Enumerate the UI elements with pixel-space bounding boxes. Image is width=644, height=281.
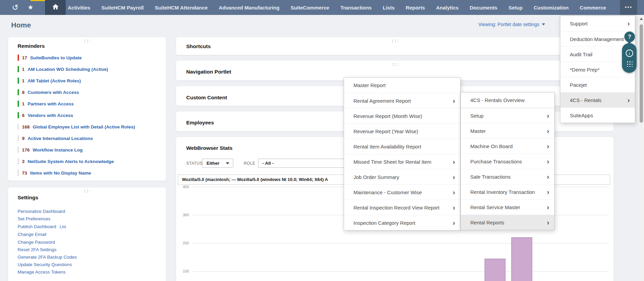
- menu-item-master-report[interactable]: Master Report: [344, 78, 460, 93]
- reminder-item[interactable]: 73Items with No Display Name: [18, 169, 91, 176]
- reminder-item[interactable]: 17SuiteBundles to Update: [18, 54, 82, 61]
- home-tab[interactable]: [45, 0, 66, 15]
- settings-link-manage-access-tokens[interactable]: Manage Access Tokens: [18, 269, 66, 275]
- menu-item-rental-service-master[interactable]: Rental Service Master›: [461, 199, 554, 215]
- nav-item-documents[interactable]: Documents: [470, 5, 497, 11]
- menu-item-sale-transactions[interactable]: Sale Transactions›: [461, 169, 554, 184]
- reminder-item[interactable]: 1AM Tablet (Active Roles): [18, 77, 81, 84]
- y-axis-tick-label: 200: [177, 241, 189, 245]
- drag-handle-icon[interactable]: [391, 39, 398, 42]
- menu-item-rental-item-availability[interactable]: Rental Item Availability Report: [344, 139, 460, 154]
- menu-item-rentals-overview[interactable]: 4CS - Rentals Overview: [461, 93, 554, 108]
- menu-item-missed-time-sheet[interactable]: Missed Time Sheet for Rental Item›: [344, 154, 460, 169]
- settings-link-set-preferences[interactable]: Set Preferences: [18, 216, 50, 221]
- reminder-link[interactable]: Workflow Instance Log: [33, 147, 83, 153]
- nav-item-lists[interactable]: Lists: [383, 5, 395, 11]
- settings-link-publish-list[interactable]: List: [60, 224, 66, 229]
- help-button[interactable]: ?: [624, 32, 635, 42]
- recent-records-icon[interactable]: ↺: [8, 0, 22, 15]
- reminder-link[interactable]: Vendors with Access: [28, 113, 73, 118]
- reminder-item[interactable]: 6Vendors with Access: [18, 112, 73, 119]
- reminder-item[interactable]: 168Global Employee List with Detail (Act…: [18, 123, 135, 130]
- drag-handle-icon[interactable]: [391, 63, 398, 66]
- reminder-link[interactable]: Active International Locations: [28, 136, 93, 141]
- role-label: ROLE: [244, 161, 255, 166]
- chevron-right-icon: ›: [453, 215, 455, 230]
- nav-item-customization[interactable]: Customization: [534, 5, 568, 11]
- info-icon[interactable]: i: [626, 49, 633, 57]
- settings-link-reset-2fa[interactable]: Reset 2FA Settings: [18, 247, 57, 252]
- reminder-item[interactable]: 1Partners with Access: [18, 100, 74, 107]
- settings-link-personalize-dashboard[interactable]: Personalize Dashboard: [18, 209, 65, 214]
- menu-item-rental-inspection-record[interactable]: Rental Inspection Record View Report›: [344, 200, 460, 215]
- shortcuts-star-icon[interactable]: ★: [24, 0, 37, 15]
- reminder-item[interactable]: 8Customers with Access: [18, 89, 79, 96]
- settings-title: Settings: [18, 195, 38, 201]
- reminder-item[interactable]: 1AM Location WO Scheduling (Active): [18, 66, 108, 73]
- reminder-link[interactable]: AM Location WO Scheduling (Active): [28, 67, 108, 72]
- reminder-item[interactable]: 176Workflow Instance Log: [18, 146, 83, 153]
- severity-bar-icon: [18, 147, 19, 153]
- y-axis-tick-label: 400: [177, 185, 189, 189]
- menu-item-deduction-management[interactable]: Deduction Management: [560, 31, 635, 46]
- reminder-link[interactable]: Global Employee List with Detail (Active…: [33, 124, 135, 129]
- status-select[interactable]: Either: [202, 159, 233, 168]
- nav-item-activities[interactable]: Activities: [68, 5, 90, 11]
- drag-handle-icon[interactable]: [83, 39, 90, 42]
- reminder-link[interactable]: Customers with Access: [28, 90, 79, 95]
- drag-handle-icon[interactable]: [83, 189, 90, 193]
- reminder-link[interactable]: NetSuite System Alerts to Acknowledge: [28, 159, 114, 164]
- reminder-link[interactable]: Items with No Display Name: [30, 170, 91, 176]
- nav-item-commerce[interactable]: Commerce: [580, 5, 606, 11]
- menu-item-setup[interactable]: Setup›: [461, 108, 554, 123]
- menu-item-purchase-transactions[interactable]: Purchase Transactions›: [461, 154, 554, 169]
- apps-grid-icon[interactable]: [626, 60, 632, 67]
- menu-item-master[interactable]: Master›: [461, 123, 554, 138]
- reminder-link[interactable]: SuiteBundles to Update: [30, 55, 82, 60]
- menu-item-revenue-report-year[interactable]: Revenue Report (Year Wise): [344, 123, 460, 139]
- menu-item-suiteapps[interactable]: SuiteApps: [560, 107, 635, 123]
- nav-item-setup[interactable]: Setup: [509, 5, 523, 11]
- menu-item-pacejet[interactable]: Pacejet: [560, 77, 635, 92]
- menu-item-rental-agreement-report[interactable]: Rental Agreement Report›: [344, 93, 460, 108]
- scrollbar-thumb[interactable]: [640, 24, 643, 123]
- viewing-portlet-date-settings-dropdown[interactable]: Viewing: Portlet date settings: [478, 22, 545, 27]
- scroll-up-arrow-icon[interactable]: [640, 18, 643, 20]
- reminder-count: 1: [22, 101, 25, 106]
- settings-link-change-email[interactable]: Change Email: [18, 232, 46, 237]
- menu-item-revenue-report-month[interactable]: Revenue Report (Month Wise): [344, 108, 460, 123]
- rentals-submenu: 4CS - Rentals Overview Setup› Master› Ma…: [460, 92, 555, 230]
- menu-item-rental-reports[interactable]: Rental Reports›: [461, 215, 554, 230]
- menu-item-machine-on-board[interactable]: Machine On Board›: [461, 138, 554, 154]
- nav-item-suitecommerce[interactable]: SuiteCommerce: [291, 5, 329, 11]
- nav-item-reports[interactable]: Reports: [406, 5, 425, 11]
- menu-item-maintenance-customer-wise[interactable]: Maintenance - Customer Wise›: [344, 184, 460, 200]
- menu-item-4cs-rentals[interactable]: 4CS - Rentals›: [560, 92, 635, 107]
- nav-more-button[interactable]: ●●●: [620, 0, 637, 15]
- settings-link-change-password[interactable]: Change Password: [18, 240, 55, 245]
- severity-bar-icon: [18, 89, 19, 95]
- reminder-count: 9: [22, 136, 25, 141]
- reminder-link[interactable]: AM Tablet (Active Roles): [28, 78, 81, 83]
- vertical-scrollbar[interactable]: [639, 15, 644, 281]
- settings-link-publish-dashboard[interactable]: Publish DashboardList: [18, 224, 66, 229]
- menu-item-support[interactable]: Support›: [560, 16, 635, 31]
- settings-link-update-security-questions[interactable]: Update Security Questions: [18, 262, 72, 267]
- menu-item-rental-inventory-transaction[interactable]: Rental Inventory Transaction›: [461, 184, 554, 199]
- menu-item-job-order-summary[interactable]: Job Order Summary›: [344, 169, 460, 184]
- nav-item-advanced-manufacturing[interactable]: Advanced Manufacturing: [219, 5, 279, 11]
- home-icon: [52, 3, 59, 12]
- assistant-pill: i: [622, 43, 637, 73]
- chevron-right-icon: ›: [453, 169, 455, 185]
- nav-item-transactions[interactable]: Transactions: [340, 5, 372, 11]
- severity-bar-icon: [18, 112, 19, 118]
- settings-link-generate-2fa-codes[interactable]: Generate 2FA Backup Codes: [18, 255, 77, 260]
- reminder-item[interactable]: 3NetSuite System Alerts to Acknowledge: [18, 158, 114, 165]
- nav-item-suitehcm-attendance[interactable]: SuiteHCM Attendance: [155, 5, 208, 11]
- webbrowser-stats-title: WebBrowser Stats: [186, 145, 233, 151]
- reminder-item[interactable]: 9Active International Locations: [18, 135, 93, 142]
- menu-item-inspection-category-report[interactable]: Inspection Category Report›: [344, 215, 460, 230]
- reminder-link[interactable]: Partners with Access: [28, 101, 74, 106]
- nav-item-analytics[interactable]: Analytics: [436, 5, 459, 11]
- nav-item-suitehcm-payroll[interactable]: SuiteHCM Payroll: [101, 5, 144, 11]
